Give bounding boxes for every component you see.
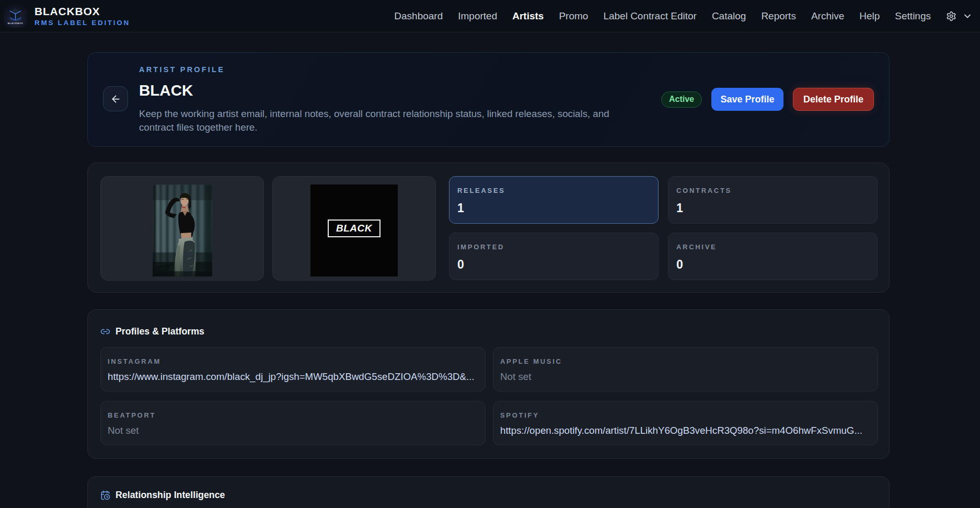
svg-text:BLACKBOX: BLACKBOX [8,22,24,25]
